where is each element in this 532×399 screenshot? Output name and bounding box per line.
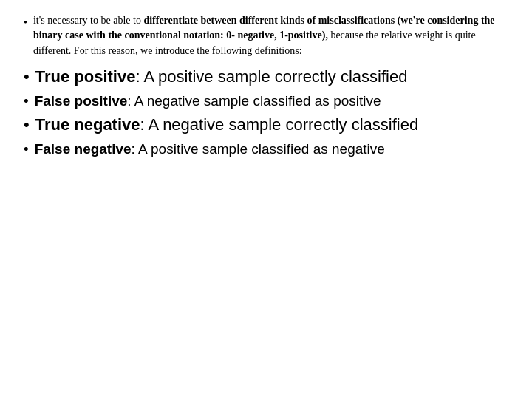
true-positive-text: True positive: A positive sample correct… bbox=[35, 66, 508, 89]
list-item-true-negative: • True negative: A negative sample corre… bbox=[24, 114, 508, 137]
true-positive-term: True positive bbox=[35, 67, 136, 86]
true-negative-term: True negative bbox=[35, 115, 140, 134]
false-negative-text: False negative: A positive sample classi… bbox=[35, 140, 508, 160]
bullet-false-negative: • bbox=[24, 140, 29, 160]
intro-bold-text: differentiate between different kinds of… bbox=[33, 15, 495, 41]
list-item-intro: • it's necessary to be able to different… bbox=[24, 13, 508, 58]
bullet-true-negative: • bbox=[24, 114, 30, 137]
content-area: • it's necessary to be able to different… bbox=[0, 0, 532, 399]
list-item-false-negative: • False negative: A positive sample clas… bbox=[24, 140, 508, 160]
bullet-true-positive: • bbox=[24, 66, 30, 89]
false-negative-term: False negative bbox=[35, 141, 132, 157]
list-item-false-positive: • False positive: A negative sample clas… bbox=[24, 92, 508, 112]
intro-text: it's necessary to be able to differentia… bbox=[33, 13, 508, 58]
false-positive-text: False positive: A negative sample classi… bbox=[35, 92, 508, 112]
false-positive-term: False positive bbox=[35, 93, 128, 109]
bullet-false-positive: • bbox=[24, 92, 29, 112]
list-item-true-positive: • True positive: A positive sample corre… bbox=[24, 66, 508, 89]
bullet-intro: • bbox=[24, 16, 27, 30]
definitions-list: • it's necessary to be able to different… bbox=[24, 13, 508, 163]
true-negative-text: True negative: A negative sample correct… bbox=[35, 114, 508, 137]
